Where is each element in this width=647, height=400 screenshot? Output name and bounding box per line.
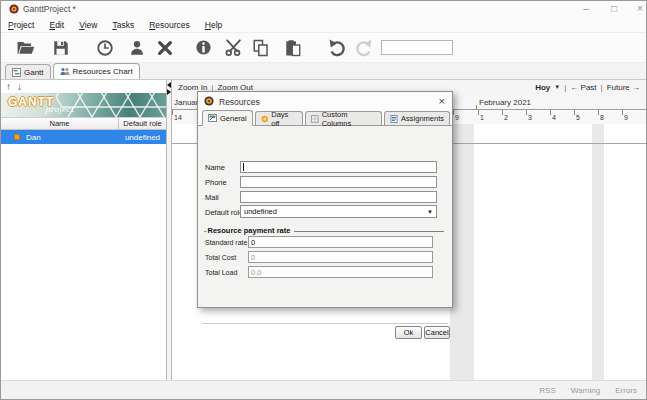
column-header-name[interactable]: Name bbox=[1, 118, 119, 129]
menu-item-tasks[interactable]: Tasks bbox=[112, 20, 134, 30]
copy-icon bbox=[252, 39, 270, 57]
total-load-label: Total Load bbox=[205, 269, 237, 276]
total-cost-field bbox=[248, 251, 433, 263]
menu-bar: ProjectEditViewTasksResourcesHelp bbox=[1, 17, 646, 33]
dialog-tab-assignments[interactable]: Assignments bbox=[384, 111, 450, 125]
name-label: Name bbox=[205, 163, 225, 172]
dialog-tab-custom-columns[interactable]: Custom Columns bbox=[305, 111, 382, 125]
status-warning[interactable]: Warning bbox=[571, 386, 601, 395]
day-tick bbox=[598, 110, 599, 115]
status-rss[interactable]: RSS bbox=[539, 386, 555, 395]
day-number: 2 bbox=[504, 114, 508, 121]
day-number: 9 bbox=[455, 114, 459, 121]
paste-icon bbox=[284, 39, 302, 57]
tab-resources-chart-label: Resources Chart bbox=[73, 67, 133, 76]
resource-icon bbox=[14, 134, 20, 140]
nav-separator: | bbox=[601, 83, 603, 92]
move-up-icon[interactable]: ↑ bbox=[6, 81, 17, 92]
close-button[interactable]: × bbox=[629, 1, 647, 17]
month-february: February 2021 bbox=[479, 98, 531, 107]
future-link[interactable]: Future → bbox=[607, 83, 640, 92]
day-tick bbox=[502, 110, 503, 115]
tab-gantt[interactable]: Gantt bbox=[5, 64, 51, 79]
tab-resources-chart[interactable]: Resources Chart bbox=[53, 63, 140, 79]
paste-button[interactable] bbox=[283, 38, 303, 58]
today-dropdown-icon[interactable]: ▼ bbox=[554, 84, 560, 90]
resource-default-role: undefined bbox=[119, 133, 166, 142]
dialog-tab-general[interactable]: General bbox=[202, 110, 253, 126]
cut-button[interactable] bbox=[223, 38, 243, 58]
folder-open-icon bbox=[16, 38, 35, 57]
recent-button[interactable] bbox=[95, 38, 115, 58]
dialog-tab-days-off-label: Days off bbox=[271, 110, 297, 128]
day-tick bbox=[453, 110, 454, 115]
dialog-tab-days-off[interactable]: Days off bbox=[255, 111, 303, 125]
new-resource-button[interactable] bbox=[127, 38, 147, 58]
move-up-down-buttons[interactable]: ↑↓ bbox=[6, 81, 28, 92]
menu-item-edit[interactable]: Edit bbox=[49, 20, 64, 30]
day-tick bbox=[574, 110, 575, 115]
menu-item-resources[interactable]: Resources bbox=[149, 20, 190, 30]
open-project-button[interactable] bbox=[15, 38, 35, 58]
day-tick bbox=[526, 110, 527, 115]
collapse-icon[interactable]: - bbox=[204, 226, 207, 235]
default-role-value: undefined bbox=[244, 207, 277, 216]
ganttproject-logo: GANTT project bbox=[1, 93, 166, 117]
resource-panel: ↑↓ GANTT proj bbox=[1, 80, 166, 380]
move-down-icon[interactable]: ↓ bbox=[17, 81, 28, 92]
ganttproject-window: GanttProject * – □ × ProjectEditViewTask… bbox=[0, 0, 647, 400]
today-button[interactable]: Hoy bbox=[535, 83, 550, 92]
person-icon bbox=[128, 39, 146, 57]
delete-button[interactable] bbox=[155, 38, 175, 58]
payment-rate-group-legend[interactable]: - Resource payment rate bbox=[204, 226, 444, 235]
mail-label: Mail bbox=[205, 193, 219, 202]
search-input[interactable] bbox=[381, 40, 453, 55]
menu-item-help[interactable]: Help bbox=[205, 20, 222, 30]
dialog-body: Name Phone Mail Default role undefined ▼… bbox=[198, 126, 452, 307]
dialog-title: Resources bbox=[219, 97, 260, 107]
menu-item-view[interactable]: View bbox=[79, 20, 97, 30]
copy-button[interactable] bbox=[251, 38, 271, 58]
undo-button[interactable] bbox=[327, 38, 347, 58]
chevron-down-icon: ▼ bbox=[427, 209, 433, 215]
resources-people-icon bbox=[60, 67, 70, 76]
minimize-button[interactable]: – bbox=[575, 1, 597, 17]
phone-field[interactable] bbox=[240, 176, 437, 188]
delete-x-icon bbox=[157, 40, 173, 56]
standard-rate-field[interactable] bbox=[248, 236, 433, 248]
dialog-app-icon bbox=[204, 96, 214, 106]
scissors-icon bbox=[224, 38, 243, 57]
payment-rate-legend-text: Resource payment rate bbox=[208, 226, 291, 235]
resource-row-dan[interactable]: Dan undefined bbox=[1, 130, 166, 144]
past-link[interactable]: ← Past bbox=[570, 83, 596, 92]
mail-field[interactable] bbox=[240, 191, 437, 203]
maximize-button[interactable]: □ bbox=[603, 1, 625, 17]
day-tick bbox=[550, 110, 551, 115]
columns-grid-icon bbox=[311, 115, 319, 123]
button-separator bbox=[202, 323, 448, 324]
cancel-button[interactable]: Cancel bbox=[424, 326, 450, 339]
redo-icon bbox=[354, 38, 373, 57]
column-header-default-role[interactable]: Default role bbox=[119, 118, 166, 129]
day-number: 4 bbox=[552, 114, 556, 121]
gantt-chart-icon bbox=[12, 68, 21, 77]
default-role-select[interactable]: undefined ▼ bbox=[240, 205, 437, 218]
day-number: 8 bbox=[600, 114, 604, 121]
redo-button[interactable] bbox=[353, 38, 373, 58]
resources-dialog: Resources × General Days off bbox=[197, 91, 453, 308]
save-icon bbox=[52, 39, 70, 57]
dialog-close-icon[interactable]: × bbox=[439, 95, 445, 107]
month-tick bbox=[476, 105, 477, 109]
dialog-tab-general-label: General bbox=[220, 114, 247, 123]
expand-right-icon[interactable] bbox=[167, 89, 171, 95]
day-number: 5 bbox=[576, 114, 580, 121]
ok-button[interactable]: Ok bbox=[395, 326, 422, 339]
dialog-title-bar[interactable]: Resources × bbox=[198, 92, 452, 110]
save-button[interactable] bbox=[51, 38, 71, 58]
properties-button[interactable] bbox=[193, 38, 213, 58]
text-caret bbox=[243, 163, 244, 171]
menu-item-project[interactable]: Project bbox=[8, 20, 34, 30]
status-errors[interactable]: Errors bbox=[615, 386, 637, 395]
collapse-left-icon[interactable] bbox=[167, 82, 171, 88]
name-field[interactable] bbox=[240, 161, 437, 173]
